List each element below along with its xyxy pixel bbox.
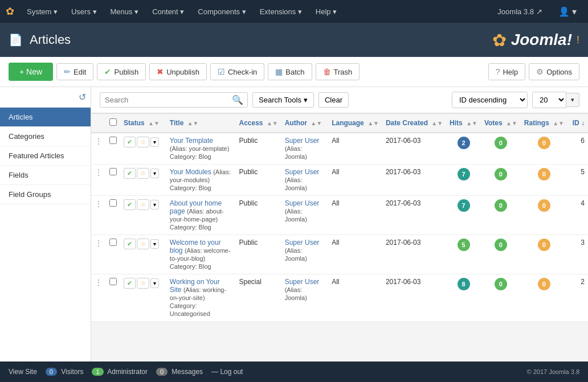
sidebar-item-fields[interactable]: Fields (0, 166, 91, 185)
batch-button[interactable]: ▦ Batch (268, 63, 312, 80)
ratings-badge[interactable]: 0 (538, 137, 550, 149)
status-buttons: ✔ ☆ ▾ (124, 239, 163, 249)
select-all-checkbox[interactable] (109, 118, 117, 126)
trash-button[interactable]: 🗑 Trash (316, 63, 360, 80)
votes-badge[interactable]: 0 (495, 239, 507, 251)
featured-toggle[interactable]: ☆ (137, 137, 149, 147)
options-button[interactable]: ⚙ Options (529, 63, 579, 80)
status-dropdown[interactable]: ▾ (150, 137, 159, 147)
th-ratings[interactable]: Ratings ▲▼ (521, 114, 567, 133)
sidebar-item-categories[interactable]: Categories (0, 127, 91, 146)
published-toggle[interactable]: ✔ (124, 199, 136, 210)
author-link[interactable]: Super User (285, 278, 320, 286)
row-checkbox[interactable] (109, 199, 117, 207)
checkin-button[interactable]: ☑ Check-in (210, 63, 264, 80)
th-title[interactable]: Title ▲▼ (166, 114, 236, 133)
ratings-badge[interactable]: 0 (538, 168, 550, 180)
sidebar-item-articles[interactable]: Articles (0, 108, 91, 127)
date-value: 2017-06-03 (386, 239, 420, 247)
search-button[interactable]: 🔍 (228, 92, 247, 108)
unpublish-button[interactable]: ✖ Unpublish (149, 63, 207, 80)
author-link[interactable]: Super User (285, 137, 320, 145)
published-toggle[interactable]: ✔ (124, 168, 136, 179)
user-menu[interactable]: 👤 ▾ (553, 0, 582, 23)
nav-item-components[interactable]: Components ▾ (192, 0, 251, 23)
author-link[interactable]: Super User (285, 239, 320, 247)
ratings-cell: 0 (521, 165, 567, 196)
hits-badge[interactable]: 7 (458, 168, 470, 180)
nav-item-content[interactable]: Content ▾ (146, 0, 190, 23)
published-toggle[interactable]: ✔ (124, 278, 136, 289)
id-cell: 3 (567, 235, 588, 274)
nav-item-extensions[interactable]: Extensions ▾ (254, 0, 308, 23)
row-checkbox[interactable] (109, 239, 117, 246)
featured-toggle[interactable]: ☆ (137, 239, 149, 249)
author-link[interactable]: Super User (285, 168, 320, 176)
ratings-badge[interactable]: 0 (538, 239, 550, 251)
th-hits[interactable]: Hits ▲▼ (446, 114, 481, 133)
nav-item-help[interactable]: Help ▾ (310, 0, 342, 23)
featured-toggle[interactable]: ☆ (137, 278, 149, 289)
nav-item-menus[interactable]: Menus ▾ (105, 0, 145, 23)
row-checkbox[interactable] (109, 137, 117, 144)
drag-handle[interactable]: ⋮ (95, 199, 103, 208)
edit-icon: ✏ (64, 67, 71, 76)
sort-select[interactable]: ID descending ID ascending Title ascendi… (452, 92, 528, 108)
per-page-dropdown-arrow[interactable]: ▾ (566, 93, 579, 107)
sidebar-item-field-groups[interactable]: Field Groups (0, 185, 91, 204)
clear-button[interactable]: Clear (318, 92, 349, 108)
drag-handle[interactable]: ⋮ (95, 137, 103, 146)
help-button[interactable]: ? Help (488, 63, 526, 80)
th-votes[interactable]: Votes ▲▼ (481, 114, 521, 133)
status-dropdown[interactable]: ▾ (150, 200, 159, 210)
votes-badge[interactable]: 0 (495, 199, 507, 212)
sidebar-toggle[interactable]: ↺ (0, 87, 91, 108)
hits-badge[interactable]: 7 (458, 199, 470, 212)
featured-toggle[interactable]: ☆ (137, 199, 149, 210)
th-author[interactable]: Author ▲▼ (281, 114, 328, 133)
author-link[interactable]: Super User (285, 199, 320, 207)
new-button[interactable]: + New (9, 63, 53, 81)
search-tools-button[interactable]: Search Tools ▾ (252, 92, 314, 108)
th-id[interactable]: ID ↓ (567, 114, 588, 133)
row-checkbox[interactable] (109, 278, 117, 285)
hits-badge[interactable]: 2 (458, 137, 470, 149)
th-access[interactable]: Access ▲▼ (236, 114, 281, 133)
hits-badge[interactable]: 5 (458, 239, 470, 251)
th-date[interactable]: Date Created ▲▼ (382, 114, 446, 133)
published-toggle[interactable]: ✔ (124, 239, 136, 249)
featured-toggle[interactable]: ☆ (137, 168, 149, 179)
article-title-link[interactable]: Your Modules (170, 168, 211, 176)
nav-item-system[interactable]: System ▾ (21, 0, 63, 23)
status-dropdown[interactable]: ▾ (150, 278, 159, 288)
visitors-badge: 0 (46, 368, 57, 376)
ratings-badge[interactable]: 0 (538, 199, 550, 212)
votes-badge[interactable]: 0 (495, 278, 507, 290)
search-input[interactable] (100, 92, 248, 108)
sidebar-item-featured[interactable]: Featured Articles (0, 146, 91, 166)
drag-handle[interactable]: ⋮ (95, 278, 103, 287)
th-language[interactable]: Language ▲▼ (328, 114, 382, 133)
hits-badge[interactable]: 8 (458, 278, 470, 290)
per-page-select[interactable]: 20 50 100 (532, 92, 566, 108)
hits-cell: 8 (446, 274, 481, 322)
joomla-version-link[interactable]: Joomla 3.8 ↗ (492, 0, 548, 23)
drag-handle[interactable]: ⋮ (95, 168, 103, 177)
status-dropdown[interactable]: ▾ (150, 239, 159, 249)
publish-button[interactable]: ✔ Publish (97, 63, 146, 80)
drag-handle[interactable]: ⋮ (95, 239, 103, 248)
edit-button[interactable]: ✏ Edit (56, 63, 93, 80)
votes-badge[interactable]: 0 (495, 137, 507, 149)
table-header-row: Status ▲▼ Title ▲▼ Access ▲▼ Author ▲▼ L… (91, 114, 588, 133)
article-title-link[interactable]: Your Template (170, 137, 213, 145)
view-site-link[interactable]: View Site (9, 368, 37, 376)
ratings-badge[interactable]: 0 (538, 278, 550, 290)
votes-badge[interactable]: 0 (495, 168, 507, 180)
status-dropdown[interactable]: ▾ (150, 169, 159, 178)
access-sort-icon: ▲▼ (267, 120, 278, 126)
nav-item-users[interactable]: Users ▾ (66, 0, 103, 23)
row-checkbox[interactable] (109, 168, 117, 175)
published-toggle[interactable]: ✔ (124, 137, 136, 147)
logout-link[interactable]: — Log out (211, 368, 243, 376)
th-status[interactable]: Status ▲▼ (120, 114, 166, 133)
